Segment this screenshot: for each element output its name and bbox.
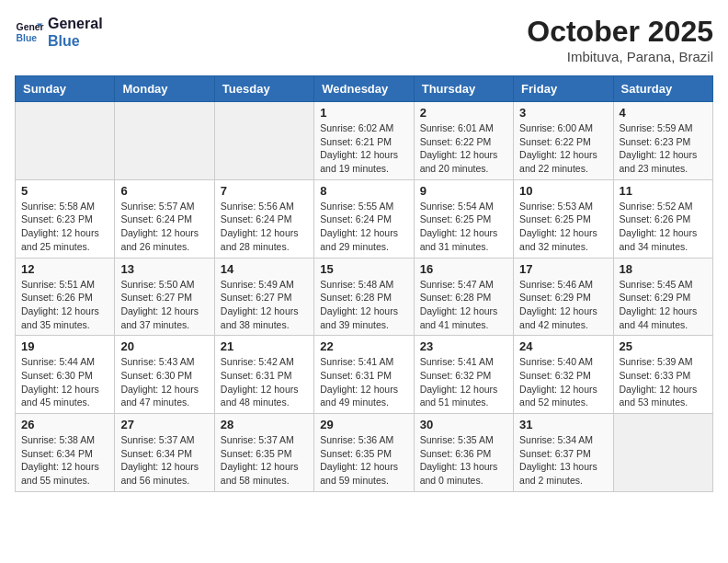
day-number: 16	[420, 262, 507, 276]
calendar-cell: 20Sunrise: 5:43 AM Sunset: 6:30 PM Dayli…	[115, 336, 214, 414]
day-number: 28	[221, 418, 308, 431]
day-info: Sunrise: 6:00 AM Sunset: 6:22 PM Dayligh…	[519, 121, 607, 176]
day-info: Sunrise: 5:52 AM Sunset: 6:26 PM Dayligh…	[620, 200, 707, 254]
calendar-cell: 12Sunrise: 5:51 AM Sunset: 6:26 PM Dayli…	[16, 258, 115, 336]
calendar-cell: 5Sunrise: 5:58 AM Sunset: 6:23 PM Daylig…	[16, 179, 115, 258]
day-number: 25	[620, 339, 707, 353]
day-info: Sunrise: 5:57 AM Sunset: 6:24 PM Dayligh…	[120, 200, 208, 254]
day-number: 8	[320, 184, 407, 198]
calendar-table: SundayMondayTuesdayWednesdayThursdayFrid…	[15, 75, 713, 492]
calendar-cell: 29Sunrise: 5:36 AM Sunset: 6:35 PM Dayli…	[314, 414, 414, 492]
day-number: 22	[320, 339, 407, 353]
calendar-cell: 28Sunrise: 5:37 AM Sunset: 6:35 PM Dayli…	[214, 414, 313, 492]
day-number: 13	[120, 262, 208, 276]
day-number: 14	[221, 262, 308, 276]
day-number: 17	[519, 262, 607, 276]
day-info: Sunrise: 6:01 AM Sunset: 6:22 PM Dayligh…	[420, 121, 507, 176]
day-number: 9	[420, 184, 507, 198]
calendar-cell: 25Sunrise: 5:39 AM Sunset: 6:33 PM Dayli…	[613, 336, 712, 414]
day-number: 10	[519, 184, 607, 198]
calendar-week-1: 1Sunrise: 6:02 AM Sunset: 6:21 PM Daylig…	[16, 102, 713, 180]
calendar-cell: 4Sunrise: 5:59 AM Sunset: 6:23 PM Daylig…	[613, 102, 712, 180]
weekday-header-friday: Friday	[514, 76, 613, 102]
day-info: Sunrise: 5:35 AM Sunset: 6:36 PM Dayligh…	[420, 433, 507, 488]
calendar-cell: 19Sunrise: 5:44 AM Sunset: 6:30 PM Dayli…	[16, 336, 115, 414]
logo-general: General	[48, 15, 103, 32]
calendar-cell: 15Sunrise: 5:48 AM Sunset: 6:28 PM Dayli…	[314, 258, 414, 336]
month-year-title: October 2025	[527, 15, 713, 49]
day-number: 26	[21, 418, 108, 431]
calendar-cell: 26Sunrise: 5:38 AM Sunset: 6:34 PM Dayli…	[16, 414, 115, 492]
day-number: 2	[420, 106, 507, 120]
calendar-cell: 31Sunrise: 5:34 AM Sunset: 6:37 PM Dayli…	[514, 414, 613, 492]
weekday-header-monday: Monday	[115, 76, 214, 102]
weekday-header-sunday: Sunday	[16, 76, 115, 102]
day-number: 19	[21, 339, 108, 353]
day-number: 23	[420, 339, 507, 353]
day-info: Sunrise: 5:56 AM Sunset: 6:24 PM Dayligh…	[221, 200, 308, 254]
calendar-week-2: 5Sunrise: 5:58 AM Sunset: 6:23 PM Daylig…	[16, 179, 713, 258]
day-info: Sunrise: 6:02 AM Sunset: 6:21 PM Dayligh…	[320, 121, 407, 176]
calendar-cell: 2Sunrise: 6:01 AM Sunset: 6:22 PM Daylig…	[414, 102, 513, 180]
day-number: 1	[320, 106, 407, 120]
calendar-cell: 3Sunrise: 6:00 AM Sunset: 6:22 PM Daylig…	[514, 102, 613, 180]
day-info: Sunrise: 5:40 AM Sunset: 6:32 PM Dayligh…	[519, 355, 607, 409]
day-number: 27	[120, 418, 208, 431]
day-info: Sunrise: 5:48 AM Sunset: 6:28 PM Dayligh…	[320, 278, 407, 332]
day-number: 12	[21, 262, 108, 276]
calendar-cell: 1Sunrise: 6:02 AM Sunset: 6:21 PM Daylig…	[314, 102, 414, 180]
calendar-cell: 6Sunrise: 5:57 AM Sunset: 6:24 PM Daylig…	[115, 179, 214, 258]
day-info: Sunrise: 5:53 AM Sunset: 6:25 PM Dayligh…	[519, 200, 607, 254]
weekday-header-row: SundayMondayTuesdayWednesdayThursdayFrid…	[16, 76, 713, 102]
logo-icon: General Blue	[15, 17, 44, 47]
day-info: Sunrise: 5:37 AM Sunset: 6:35 PM Dayligh…	[221, 433, 308, 488]
day-info: Sunrise: 5:54 AM Sunset: 6:25 PM Dayligh…	[420, 200, 507, 254]
calendar-cell: 18Sunrise: 5:45 AM Sunset: 6:29 PM Dayli…	[613, 258, 712, 336]
day-number: 20	[120, 339, 208, 353]
day-info: Sunrise: 5:38 AM Sunset: 6:34 PM Dayligh…	[21, 433, 108, 488]
weekday-header-tuesday: Tuesday	[214, 76, 313, 102]
calendar-cell: 21Sunrise: 5:42 AM Sunset: 6:31 PM Dayli…	[214, 336, 313, 414]
day-info: Sunrise: 5:47 AM Sunset: 6:28 PM Dayligh…	[420, 278, 507, 332]
calendar-cell	[613, 414, 712, 492]
day-number: 24	[519, 339, 607, 353]
day-info: Sunrise: 5:42 AM Sunset: 6:31 PM Dayligh…	[221, 355, 308, 409]
calendar-cell: 8Sunrise: 5:55 AM Sunset: 6:24 PM Daylig…	[314, 179, 414, 258]
day-info: Sunrise: 5:41 AM Sunset: 6:31 PM Dayligh…	[320, 355, 407, 409]
day-info: Sunrise: 5:39 AM Sunset: 6:33 PM Dayligh…	[620, 355, 707, 409]
day-info: Sunrise: 5:43 AM Sunset: 6:30 PM Dayligh…	[120, 355, 208, 409]
calendar-cell: 14Sunrise: 5:49 AM Sunset: 6:27 PM Dayli…	[214, 258, 313, 336]
calendar-cell: 22Sunrise: 5:41 AM Sunset: 6:31 PM Dayli…	[314, 336, 414, 414]
day-info: Sunrise: 5:45 AM Sunset: 6:29 PM Dayligh…	[620, 278, 707, 332]
day-info: Sunrise: 5:59 AM Sunset: 6:23 PM Dayligh…	[620, 121, 707, 176]
day-number: 5	[21, 184, 108, 198]
day-number: 15	[320, 262, 407, 276]
day-number: 18	[620, 262, 707, 276]
svg-text:Blue: Blue	[17, 33, 38, 43]
calendar-cell: 7Sunrise: 5:56 AM Sunset: 6:24 PM Daylig…	[214, 179, 313, 258]
day-number: 21	[221, 339, 308, 353]
day-info: Sunrise: 5:44 AM Sunset: 6:30 PM Dayligh…	[21, 355, 108, 409]
calendar-cell: 9Sunrise: 5:54 AM Sunset: 6:25 PM Daylig…	[414, 179, 513, 258]
calendar-cell	[214, 102, 313, 180]
calendar-cell: 30Sunrise: 5:35 AM Sunset: 6:36 PM Dayli…	[414, 414, 513, 492]
location-subtitle: Imbituva, Parana, Brazil	[527, 49, 713, 64]
calendar-week-4: 19Sunrise: 5:44 AM Sunset: 6:30 PM Dayli…	[16, 336, 713, 414]
day-number: 30	[420, 418, 507, 431]
day-info: Sunrise: 5:41 AM Sunset: 6:32 PM Dayligh…	[420, 355, 507, 409]
page-header: General Blue General Blue October 2025 I…	[15, 15, 713, 64]
day-number: 6	[120, 184, 208, 198]
calendar-cell: 10Sunrise: 5:53 AM Sunset: 6:25 PM Dayli…	[514, 179, 613, 258]
day-number: 11	[620, 184, 707, 198]
calendar-cell	[115, 102, 214, 180]
calendar-cell: 16Sunrise: 5:47 AM Sunset: 6:28 PM Dayli…	[414, 258, 513, 336]
day-info: Sunrise: 5:58 AM Sunset: 6:23 PM Dayligh…	[21, 200, 108, 254]
weekday-header-saturday: Saturday	[613, 76, 712, 102]
day-number: 7	[221, 184, 308, 198]
day-info: Sunrise: 5:49 AM Sunset: 6:27 PM Dayligh…	[221, 278, 308, 332]
calendar-week-3: 12Sunrise: 5:51 AM Sunset: 6:26 PM Dayli…	[16, 258, 713, 336]
day-info: Sunrise: 5:36 AM Sunset: 6:35 PM Dayligh…	[320, 433, 407, 488]
calendar-cell: 13Sunrise: 5:50 AM Sunset: 6:27 PM Dayli…	[115, 258, 214, 336]
calendar-cell	[16, 102, 115, 180]
day-info: Sunrise: 5:51 AM Sunset: 6:26 PM Dayligh…	[21, 278, 108, 332]
